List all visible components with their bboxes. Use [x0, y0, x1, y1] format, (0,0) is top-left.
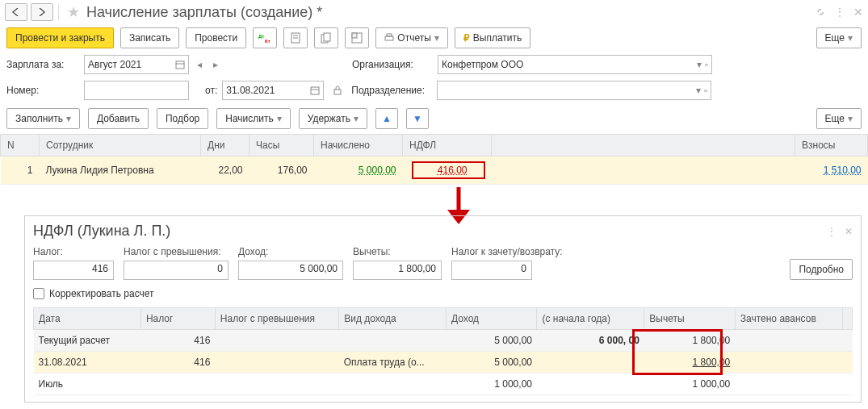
dcol-date[interactable]: Дата	[34, 308, 141, 330]
table-row[interactable]: 1 Лукина Лидия Петровна 22,00 176,00 5 0…	[1, 157, 868, 185]
pay-button[interactable]: ₽ Выплатить	[455, 27, 531, 48]
checkbox-icon[interactable]	[33, 288, 44, 299]
move-up-button[interactable]: ▲	[375, 108, 398, 129]
chevron-down-icon: ▾	[848, 32, 853, 44]
chevron-down-icon: ▾	[66, 113, 71, 124]
col-ndfl[interactable]: НДФЛ	[403, 135, 492, 157]
detail-form: Налог: 416 Налог с превышения: 0 Доход: …	[33, 246, 853, 280]
excess-input[interactable]: 0	[124, 261, 229, 280]
chevron-down-icon: ▾	[848, 113, 853, 124]
dcol-excess[interactable]: Налог с превышения	[215, 308, 338, 330]
chevron-down-icon: ▾	[354, 113, 359, 124]
calendar-icon	[310, 86, 320, 95]
svg-rect-11	[176, 61, 184, 69]
fill-button[interactable]: Заполнить ▾	[6, 108, 80, 129]
dcol-advance[interactable]: Зачтено авансов	[735, 308, 842, 330]
from-label: от:	[205, 85, 217, 96]
number-label: Номер:	[6, 85, 79, 96]
dt-kt-icon[interactable]: ДтКт	[253, 27, 277, 48]
field-tax: Налог: 416	[33, 246, 114, 280]
write-button[interactable]: Записать	[120, 27, 179, 48]
nav-back-button[interactable]	[5, 3, 27, 21]
window-topbar: ★ Начисление зарплаты (создание) * ⋮ ✕	[0, 0, 868, 24]
topbar-right: ⋮ ✕	[815, 6, 863, 19]
post-button[interactable]: Провести	[186, 27, 246, 48]
chevron-down-icon: ▾	[434, 32, 439, 44]
page-title: Начисление зарплаты (создание) *	[86, 4, 322, 21]
link-icon[interactable]	[815, 6, 826, 18]
col-employee[interactable]: Сотрудник	[40, 135, 201, 157]
dcol-income[interactable]: Доход	[447, 308, 537, 330]
tax-input[interactable]: 416	[33, 261, 114, 280]
table-more-button[interactable]: Еще ▾	[816, 108, 862, 129]
doc2-icon[interactable]	[314, 27, 338, 48]
cell-ndfl[interactable]: 416,00	[403, 157, 492, 185]
more-vertical-icon[interactable]: ⋮	[834, 6, 845, 19]
more-vertical-icon[interactable]: ⋮	[827, 226, 837, 237]
org-input[interactable]: Конфетпром ООО ▾ ▫	[438, 55, 712, 74]
ruble-icon: ₽	[463, 32, 470, 44]
calc-button[interactable]: Начислить ▾	[216, 108, 290, 129]
income-input[interactable]: 5 000,00	[238, 261, 343, 280]
reports-button[interactable]: Отчеты ▾	[375, 27, 447, 48]
dept-label: Подразделение:	[351, 85, 432, 96]
period-prev-button[interactable]: ◂	[194, 59, 205, 70]
col-hours[interactable]: Часы	[249, 135, 314, 157]
lock-icon[interactable]	[329, 81, 346, 99]
dcol-income-type[interactable]: Вид дохода	[339, 308, 447, 330]
refund-input[interactable]: 0	[451, 261, 532, 280]
col-days[interactable]: Дни	[201, 135, 249, 157]
nav-forward-button[interactable]	[31, 3, 53, 21]
detail-table: Дата Налог Налог с превышения Вид дохода…	[33, 307, 853, 395]
adjust-label: Корректировать расчет	[49, 288, 154, 299]
hold-button[interactable]: Удержать ▾	[299, 108, 367, 129]
detail-header: НДФЛ (Лукина Л. П.) ⋮ ✕	[33, 223, 853, 240]
table-toolbar: Заполнить ▾ Добавить Подбор Начислить ▾ …	[0, 103, 868, 134]
details-button[interactable]: Подробно	[790, 259, 853, 280]
open-icon: ▫	[704, 85, 707, 96]
salary-period-input[interactable]: Август 2021	[84, 55, 189, 74]
print-icon	[384, 33, 394, 43]
col-n[interactable]: N	[1, 135, 40, 157]
ndfl-detail-panel: НДФЛ (Лукина Л. П.) ⋮ ✕ Налог: 416 Налог…	[24, 215, 862, 403]
table-row[interactable]: Текущий расчет 416 5 000,00 6 000, 00 1 …	[34, 330, 853, 352]
dcol-tax[interactable]: Налог	[140, 308, 215, 330]
date-input[interactable]: 31.08.2021	[222, 81, 324, 100]
number-input[interactable]	[84, 81, 189, 100]
move-down-button[interactable]: ▼	[406, 108, 429, 129]
table-row[interactable]: 31.08.2021 416 Оплата труда (о... 5 000,…	[34, 352, 853, 374]
field-income: Доход: 5 000,00	[238, 246, 343, 280]
more-button[interactable]: Еще ▾	[816, 27, 862, 48]
chevron-down-icon: ▾	[697, 59, 702, 70]
cell-days: 22,00	[201, 157, 249, 185]
pick-button[interactable]: Подбор	[157, 108, 208, 129]
dcol-deductions[interactable]: Вычеты	[644, 308, 735, 330]
field-deductions: Вычеты: 1 800,00	[353, 246, 442, 280]
doc3-icon[interactable]	[345, 27, 369, 48]
adjust-checkbox-row[interactable]: Корректировать расчет	[33, 288, 853, 299]
doc1-icon[interactable]	[283, 27, 308, 48]
cell-hours: 176,00	[249, 157, 314, 185]
svg-text:Дт: Дт	[258, 34, 264, 39]
add-button[interactable]: Добавить	[88, 108, 149, 129]
field-refund: Налог к зачету/возврату: 0	[451, 246, 563, 280]
col-contrib[interactable]: Взносы	[795, 135, 868, 157]
close-icon[interactable]: ✕	[845, 226, 853, 237]
close-icon[interactable]: ✕	[853, 6, 863, 19]
favorite-star-icon[interactable]: ★	[67, 3, 80, 21]
chevron-down-icon: ▾	[696, 85, 701, 96]
svg-rect-15	[334, 90, 341, 94]
deductions-input[interactable]: 1 800,00	[353, 261, 442, 280]
dcol-since[interactable]: (с начала года)	[537, 308, 644, 330]
svg-rect-6	[324, 33, 330, 41]
col-accrued[interactable]: Начислено	[314, 135, 403, 157]
cell-contrib[interactable]: 1 510,00	[795, 157, 868, 185]
period-next-button[interactable]: ▸	[210, 59, 221, 70]
open-icon: ▫	[705, 59, 708, 70]
svg-rect-13	[311, 87, 319, 94]
dept-input[interactable]: ▾ ▫	[437, 81, 711, 100]
svg-rect-8	[352, 33, 357, 38]
table-row[interactable]: Июль 1 000,00 1 000,00	[34, 374, 853, 395]
post-and-close-button[interactable]: Провести и закрыть	[6, 27, 114, 48]
cell-accrued[interactable]: 5 000,00	[314, 157, 403, 185]
